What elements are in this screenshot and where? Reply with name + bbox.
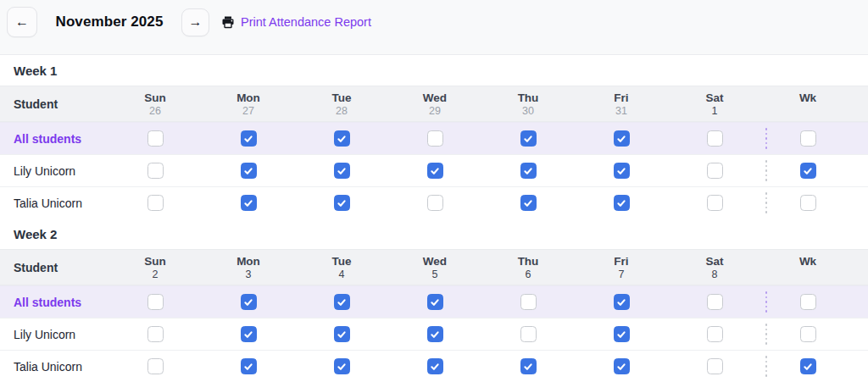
attendance-cell (388, 130, 481, 147)
attendance-checkbox[interactable] (147, 326, 164, 342)
attendance-checkbox[interactable] (427, 130, 443, 147)
attendance-checkbox[interactable] (520, 358, 537, 374)
attendance-checkbox[interactable] (707, 163, 723, 179)
week-checkbox[interactable] (800, 326, 816, 342)
divider-cell (761, 324, 771, 345)
day-date-label: 31 (615, 105, 627, 118)
weeks-container: Week 1 Student Sun26Mon27Tue28Wed29Thu30… (0, 55, 868, 382)
attendance-checkbox[interactable] (614, 358, 630, 374)
attendance-checkbox[interactable] (147, 163, 164, 179)
attendance-cell (202, 163, 295, 179)
day-date-label: 2 (153, 269, 159, 281)
attendance-checkbox[interactable] (147, 130, 164, 147)
attendance-checkbox[interactable] (241, 358, 257, 374)
attendance-cell (575, 195, 668, 211)
divider-cell (761, 128, 771, 149)
day-name-label: Sat (705, 91, 723, 105)
previous-month-button[interactable]: ← (7, 7, 37, 37)
attendance-checkbox[interactable] (427, 326, 443, 342)
attendance-cell (668, 326, 761, 342)
day-name-label: Fri (614, 254, 628, 269)
table-header-row: Student Sun2Mon3Tue4Wed5Thu6Fri7Sat8Wk (0, 249, 868, 285)
week-checkbox[interactable] (800, 130, 816, 147)
week-checkbox[interactable] (800, 294, 816, 310)
attendance-checkbox[interactable] (427, 294, 443, 310)
attendance-cell (202, 294, 295, 310)
rows-container: All studentsLily UnicornTalia Unicorn (0, 285, 868, 382)
attendance-checkbox[interactable] (520, 130, 537, 147)
day-column-header: Thu6 (481, 250, 575, 285)
attendance-checkbox[interactable] (707, 195, 723, 211)
attendance-checkbox[interactable] (614, 326, 630, 342)
student-name: All students (0, 296, 108, 309)
attendance-checkbox[interactable] (614, 294, 630, 310)
divider-cell (761, 291, 771, 313)
attendance-checkbox[interactable] (520, 195, 537, 211)
attendance-checkbox[interactable] (334, 294, 350, 310)
attendance-checkbox[interactable] (334, 163, 350, 179)
attendance-checkbox[interactable] (334, 130, 350, 147)
attendance-checkbox[interactable] (334, 326, 350, 342)
week-checkbox[interactable] (800, 358, 816, 374)
attendance-checkbox[interactable] (147, 358, 164, 374)
day-name-label: Sun (144, 91, 166, 105)
wk-header-label: Wk (799, 91, 816, 105)
attendance-checkbox[interactable] (707, 326, 723, 342)
attendance-checkbox[interactable] (707, 358, 723, 374)
week-cell (771, 326, 844, 342)
attendance-cell (388, 163, 481, 179)
divider-spacer (761, 250, 771, 285)
day-name-label: Tue (332, 254, 352, 269)
all-students-row: All students (0, 285, 868, 318)
attendance-checkbox[interactable] (614, 130, 630, 147)
print-attendance-report-link[interactable]: Print Attendance Report (221, 15, 371, 29)
attendance-checkbox[interactable] (614, 163, 630, 179)
attendance-checkbox[interactable] (241, 130, 257, 147)
attendance-checkbox[interactable] (427, 358, 443, 374)
day-column-header: Mon3 (202, 250, 295, 285)
attendance-checkbox[interactable] (241, 195, 257, 211)
student-row: Talia Unicorn (0, 186, 868, 219)
attendance-cell (575, 163, 668, 179)
attendance-cell (481, 326, 575, 342)
attendance-checkbox[interactable] (427, 163, 443, 179)
attendance-checkbox[interactable] (707, 130, 723, 147)
day-name-label: Fri (614, 91, 628, 105)
student-name: Talia Unicorn (0, 360, 108, 374)
attendance-checkbox[interactable] (520, 163, 537, 179)
day-column-header: Thu30 (481, 86, 575, 121)
attendance-checkbox[interactable] (241, 294, 257, 310)
attendance-checkbox[interactable] (427, 195, 443, 211)
dotted-divider-icon (765, 160, 768, 181)
attendance-checkbox[interactable] (147, 294, 164, 310)
week-checkbox[interactable] (800, 163, 816, 179)
student-column-header: Student (0, 250, 108, 285)
dotted-divider-icon (765, 324, 768, 345)
day-name-label: Mon (236, 91, 260, 105)
attendance-checkbox[interactable] (520, 294, 537, 310)
attendance-checkbox[interactable] (520, 326, 537, 342)
printer-icon (221, 15, 235, 29)
topbar: ← November 2025 → Print Attendance Repor… (0, 0, 868, 44)
attendance-checkbox[interactable] (707, 294, 723, 310)
attendance-checkbox[interactable] (334, 195, 350, 211)
attendance-checkbox[interactable] (241, 163, 257, 179)
next-month-button[interactable]: → (181, 8, 209, 36)
attendance-checkbox[interactable] (147, 195, 164, 211)
attendance-cell (108, 195, 202, 211)
day-column-header: Fri7 (575, 250, 668, 285)
attendance-checkbox[interactable] (614, 195, 630, 211)
dotted-divider-icon (765, 128, 768, 149)
day-date-label: 5 (432, 269, 438, 281)
attendance-cell (575, 130, 668, 147)
day-date-label: 6 (526, 269, 531, 281)
attendance-checkbox[interactable] (334, 358, 350, 374)
day-column-header: Wed29 (388, 86, 481, 121)
wk-header-label: Wk (799, 254, 816, 269)
attendance-cell (668, 294, 761, 310)
attendance-cell (575, 294, 668, 310)
week-checkbox[interactable] (800, 195, 816, 211)
attendance-cell (575, 326, 668, 342)
student-row: Lily Unicorn (0, 318, 868, 350)
attendance-checkbox[interactable] (241, 326, 257, 342)
